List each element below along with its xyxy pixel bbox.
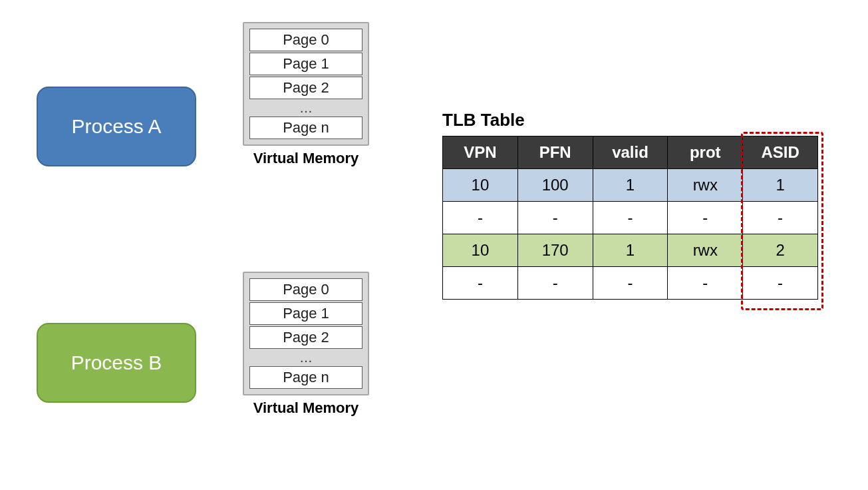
vm-b-page-0: Page 0 <box>249 278 362 301</box>
virtual-memory-a: Page 0 Page 1 Page 2 … Page n Virtual Me… <box>243 22 369 167</box>
tlb-row-2: 10 170 1 rwx 2 <box>443 234 818 267</box>
tlb-cell: 10 <box>443 234 518 267</box>
tlb-cell: - <box>443 202 518 234</box>
tlb-table: VPN PFN valid prot ASID 10 100 1 rwx 1 <box>442 136 818 300</box>
vm-b-frame: Page 0 Page 1 Page 2 … Page n <box>243 272 369 395</box>
process-a-label: Process A <box>71 115 161 138</box>
tlb-table-container: VPN PFN valid prot ASID 10 100 1 rwx 1 <box>442 136 818 300</box>
tlb-cell: - <box>517 267 593 300</box>
tlb-title: TLB Table <box>442 110 818 130</box>
tlb-cell: - <box>443 267 518 300</box>
tlb-cell: - <box>668 267 743 300</box>
tlb-header-asid: ASID <box>743 136 818 169</box>
vm-a-caption: Virtual Memory <box>243 150 369 167</box>
tlb-row-0: 10 100 1 rwx 1 <box>443 169 818 202</box>
tlb-cell: - <box>668 202 743 234</box>
vm-b-ellipsis: … <box>249 350 362 365</box>
vm-a-page-n: Page n <box>249 117 362 139</box>
vm-a-page-2: Page 2 <box>249 77 362 99</box>
tlb-cell: - <box>743 202 818 234</box>
tlb-cell: 1 <box>743 169 818 202</box>
tlb-cell: 1 <box>593 234 668 267</box>
vm-a-page-0: Page 0 <box>249 29 362 51</box>
process-a-badge: Process A <box>37 87 196 166</box>
virtual-memory-b: Page 0 Page 1 Page 2 … Page n Virtual Me… <box>243 272 369 417</box>
tlb-table-wrap: TLB Table VPN PFN valid prot ASID 10 100 <box>442 110 818 300</box>
vm-a-ellipsis: … <box>249 101 362 115</box>
tlb-cell: rwx <box>668 169 743 202</box>
vm-a-page-1: Page 1 <box>249 53 362 75</box>
diagram-canvas: Process A Process B Page 0 Page 1 Page 2… <box>0 0 868 490</box>
tlb-cell: - <box>593 202 668 234</box>
tlb-row-3: - - - - - <box>443 267 818 300</box>
tlb-cell: rwx <box>668 234 743 267</box>
tlb-row-1: - - - - - <box>443 202 818 234</box>
tlb-cell: 100 <box>517 169 593 202</box>
vm-b-page-n: Page n <box>249 366 362 389</box>
tlb-header-pfn: PFN <box>517 136 593 169</box>
vm-a-frame: Page 0 Page 1 Page 2 … Page n <box>243 22 369 146</box>
tlb-cell: 2 <box>743 234 818 267</box>
tlb-header-prot: prot <box>668 136 743 169</box>
tlb-cell: - <box>743 267 818 300</box>
tlb-header-row: VPN PFN valid prot ASID <box>443 136 818 169</box>
vm-b-caption: Virtual Memory <box>243 399 369 417</box>
tlb-cell: 1 <box>593 169 668 202</box>
process-b-label: Process B <box>71 352 162 374</box>
tlb-cell: 170 <box>517 234 593 267</box>
tlb-header-valid: valid <box>593 136 668 169</box>
tlb-cell: - <box>593 267 668 300</box>
vm-b-page-1: Page 1 <box>249 302 362 325</box>
tlb-cell: - <box>517 202 593 234</box>
tlb-header-vpn: VPN <box>443 136 518 169</box>
tlb-cell: 10 <box>443 169 518 202</box>
vm-b-page-2: Page 2 <box>249 326 362 349</box>
process-b-badge: Process B <box>37 323 196 403</box>
